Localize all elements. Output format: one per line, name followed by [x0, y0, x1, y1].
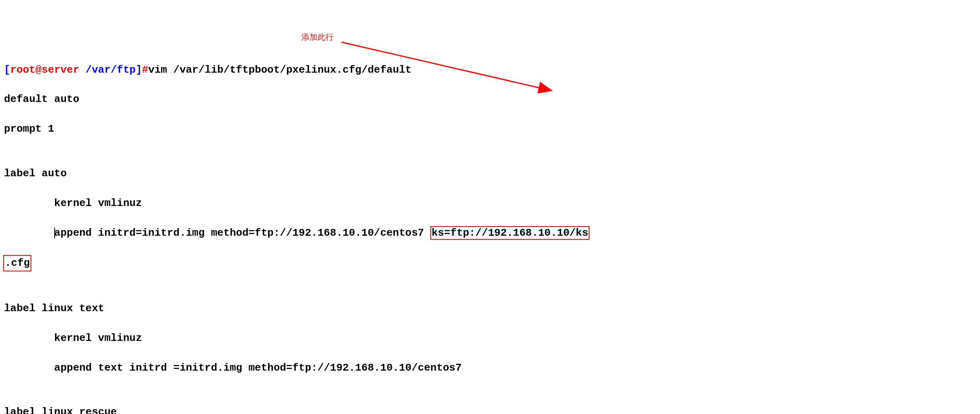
indent [4, 197, 54, 209]
indent [4, 332, 54, 344]
cursor-char: a [54, 227, 61, 239]
prompt-path: /var/ftp [86, 64, 136, 76]
kernel-line: kernel vmlinuz [54, 197, 142, 209]
file-line[interactable]: kernel vmlinuz [4, 331, 976, 346]
file-line-append[interactable]: append initrd=initrd.img method=ftp://19… [4, 226, 976, 241]
command-text: vim /var/lib/tftpboot/pxelinux.cfg/defau… [148, 64, 411, 76]
indent [4, 227, 54, 239]
highlighted-ks-part2: .cfg [3, 255, 31, 271]
file-line[interactable]: prompt 1 [4, 122, 976, 137]
prompt-hash: # [142, 64, 148, 76]
file-line[interactable]: kernel vmlinuz [4, 196, 976, 211]
file-line-cfg[interactable]: .cfg [4, 255, 976, 271]
file-line[interactable]: append text initrd =initrd.img method=ft… [4, 361, 976, 375]
highlighted-ks-part1: ks=ftp://192.168.10.10/ks [430, 226, 589, 240]
prompt-user-host: root@server [10, 64, 86, 76]
append-text: ppend initrd=initrd.img method=ftp://192… [60, 227, 430, 239]
file-line[interactable]: label auto [4, 166, 976, 181]
file-line[interactable]: label linux rescue [4, 405, 976, 414]
prompt-line[interactable]: [root@server /var/ftp]#vim /var/lib/tftp… [4, 63, 976, 77]
annotation-label: 添加此行 [301, 31, 333, 43]
file-line[interactable]: default auto [4, 92, 976, 107]
kernel-line: kernel vmlinuz [54, 332, 142, 344]
prompt-open-bracket: [ [4, 64, 10, 76]
append-line: append text initrd =initrd.img method=ft… [54, 362, 462, 374]
file-line[interactable]: label linux text [4, 301, 976, 316]
prompt-close-bracket: ] [136, 64, 142, 76]
indent [4, 362, 54, 374]
